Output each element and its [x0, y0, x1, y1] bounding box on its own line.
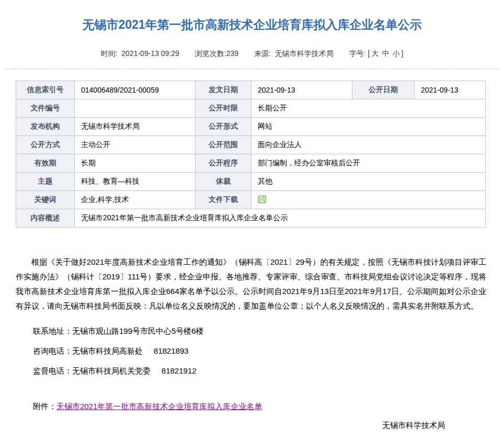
summary-value: 无锡市2021年第一批市高新技术企业培育库拟入库企业名单公示 [75, 209, 486, 228]
floppy-disk-save-icon[interactable] [258, 195, 266, 205]
public-date-label: 公开日期 [352, 81, 415, 99]
doc-number-value [75, 99, 196, 118]
page-title: 无锡市2021年第一批市高新技术企业培育库拟入库企业名单公示 [10, 17, 494, 32]
meta-source: 来源: 无锡市科学技术局 [254, 49, 334, 58]
table-row: 主题 科技、教育—科技 体裁 其他 [16, 173, 486, 191]
public-date-value: 2021-09-13 [415, 81, 486, 99]
font-size-large-button[interactable]: 大 [371, 49, 379, 58]
table-row: 公开方式 主动公开 公开范围 面向企业法人 [16, 136, 486, 154]
meta-view-count: 浏览次数:239 [195, 49, 238, 58]
info-index-value: 014006489/2021-00059 [75, 81, 196, 99]
font-size-prefix: 字号: [ [349, 49, 370, 58]
public-period-label: 公开时限 [196, 99, 251, 118]
public-procedure-value: 部门编制，经办公室审核后公开 [251, 154, 486, 173]
doc-number-label: 文件编号 [16, 99, 75, 118]
issue-date-value: 2021-09-13 [251, 81, 352, 99]
table-row: 有效期 长期 公开程序 部门编制，经办公室审核后公开 [16, 154, 486, 173]
topic-label: 主题 [16, 173, 75, 191]
table-row: 信息索引号 014006489/2021-00059 发文日期 2021-09-… [16, 81, 486, 99]
summary-label: 内容概述 [16, 209, 75, 228]
consult-phone-line: 咨询电话：无锡市科技局高新处 81821893 [16, 341, 486, 361]
supervise-phone-line: 监督电话：无锡市科技局机关党委 81821912 [16, 361, 486, 381]
keywords-label: 关键词 [16, 191, 75, 209]
public-form-value: 网站 [251, 118, 486, 136]
genre-value: 其他 [251, 173, 486, 191]
font-size-small-button[interactable]: 小 [392, 49, 399, 58]
file-download-cell [251, 191, 486, 209]
public-scope-value: 面向企业法人 [251, 136, 486, 154]
table-row: 发布机构 无锡市科学技术局 公开形式 网站 [16, 118, 486, 136]
document-info-table: 信息索引号 014006489/2021-00059 发文日期 2021-09-… [16, 81, 486, 228]
public-method-label: 公开方式 [16, 136, 75, 154]
font-size-medium-button[interactable]: 中 [382, 49, 389, 58]
attachment-line: 附件：无锡市2021年第一批市高新技术企业培育库拟入库企业名单 [16, 401, 486, 412]
public-form-label: 公开形式 [196, 118, 251, 136]
font-size-controls: 字号: [大中小] [349, 49, 404, 58]
issue-date-label: 发文日期 [196, 81, 251, 99]
signature-block: 无锡市科学技术局 2021年9月13日 [0, 420, 504, 440]
article-meta-bar: 时间: 2021-09-13 09:29 浏览次数:239 来源: 无锡市科学技… [0, 49, 504, 58]
table-row: 内容概述 无锡市2021年第一批市高新技术企业培育库拟入库企业名单公示 [16, 209, 486, 228]
signature-organization: 无锡市科学技术局 [0, 420, 504, 431]
announcement-paragraph: 根据《关于做好2021年度高新技术企业培育工作的通知》（锡科高〔2021〕29号… [16, 255, 486, 313]
public-period-value: 长期公开 [251, 99, 486, 118]
separator-dashed-line [5, 69, 499, 69]
keywords-value: 企业,科学,技术 [75, 191, 196, 209]
publisher-label: 发布机构 [16, 118, 75, 136]
public-procedure-label: 公开程序 [196, 154, 251, 173]
table-row: 文件编号 公开时限 长期公开 [16, 99, 486, 118]
meta-time: 时间: 2021-09-13 09:29 [101, 49, 179, 58]
contact-address-line: 联系地址：无锡市观山路199号市民中心5号楼6楼 [16, 321, 486, 341]
topic-value: 科技、教育—科技 [75, 173, 196, 191]
info-index-label: 信息索引号 [16, 81, 75, 99]
table-row: 关键词 企业,科学,技术 文件下载 [16, 191, 486, 209]
publisher-value: 无锡市科学技术局 [75, 118, 196, 136]
contact-block: 联系地址：无锡市观山路199号市民中心5号楼6楼 咨询电话：无锡市科技局高新处 … [16, 321, 486, 381]
article-body: 根据《关于做好2021年度高新技术企业培育工作的通知》（锡科高〔2021〕29号… [16, 255, 486, 412]
attachment-label: 附件： [33, 402, 56, 411]
attachment-link[interactable]: 无锡市2021年第一批市高新技术企业培育库拟入库企业名单 [56, 402, 262, 411]
validity-value: 长期 [75, 154, 196, 173]
genre-label: 体裁 [196, 173, 251, 191]
file-download-label: 文件下载 [196, 191, 251, 209]
public-scope-label: 公开范围 [196, 136, 251, 154]
font-size-suffix: ] [401, 49, 403, 58]
public-method-value: 主动公开 [75, 136, 196, 154]
validity-label: 有效期 [16, 154, 75, 173]
